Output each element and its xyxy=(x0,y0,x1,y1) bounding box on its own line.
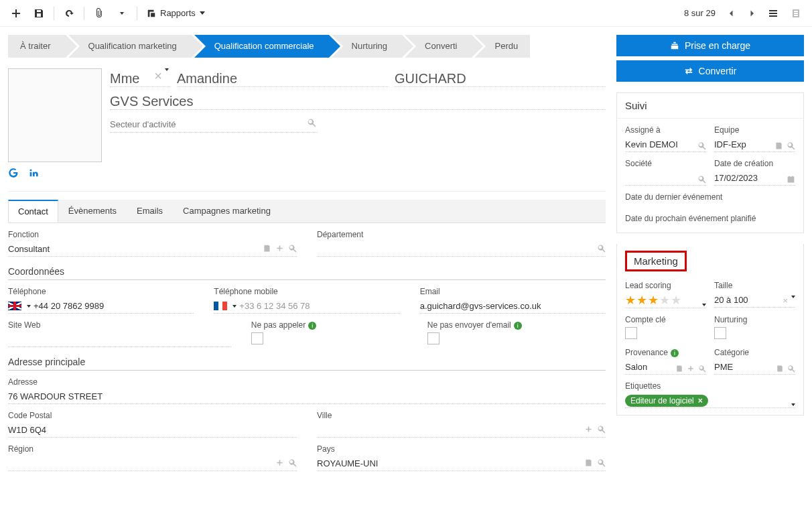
tab-emails[interactable]: Emails xyxy=(127,200,173,222)
prise-en-charge-button[interactable]: Prise en charge xyxy=(616,35,804,56)
top-toolbar: Rapports 8 sur 29 xyxy=(0,0,812,27)
chevron-down-icon[interactable] xyxy=(232,305,236,308)
stars-rating[interactable]: ★★★★★ xyxy=(625,293,682,308)
compte-cle-checkbox[interactable] xyxy=(625,327,637,339)
tabs: Contact Évènements Emails Campagnes mark… xyxy=(8,200,606,223)
cp-label: Code Postal xyxy=(8,411,297,420)
tab-evenements[interactable]: Évènements xyxy=(58,200,127,222)
no-call-checkbox[interactable] xyxy=(251,332,263,344)
site-field[interactable] xyxy=(8,332,231,347)
stage-a-traiter[interactable]: À traiter xyxy=(8,35,66,58)
email-label: Email xyxy=(420,287,606,296)
fonction-field[interactable]: Consultant xyxy=(8,242,297,257)
region-field[interactable] xyxy=(8,456,297,471)
stage-converti[interactable]: Converti xyxy=(405,35,472,58)
info-icon[interactable]: i xyxy=(514,322,522,330)
pipeline-stages: À traiter Qualification marketing Qualif… xyxy=(8,35,606,58)
telephone-field[interactable]: +44 20 7862 9989 xyxy=(8,299,194,314)
convertir-button[interactable]: Convertir xyxy=(616,60,804,82)
coordonnees-heading: Coordonnées xyxy=(8,266,606,280)
suivi-heading: Suivi xyxy=(617,93,803,119)
fr-flag-icon xyxy=(214,302,227,310)
assigne-field[interactable]: Kevin DEMOI xyxy=(625,137,706,152)
reports-dropdown[interactable]: Rapports xyxy=(141,8,210,18)
date-creation-field[interactable]: 17/02/2023 xyxy=(714,171,795,186)
search-icon[interactable] xyxy=(597,458,606,469)
search-icon[interactable] xyxy=(597,244,606,255)
mobile-field[interactable]: +33 6 12 34 56 78 xyxy=(214,299,399,314)
no-email-label: Ne pas envoyer d'emaili xyxy=(427,320,606,330)
etiquettes-field[interactable]: Editeur de logiciel× xyxy=(625,393,795,408)
region-label: Région xyxy=(8,444,297,454)
list-view-button[interactable] xyxy=(762,3,784,24)
search-icon[interactable] xyxy=(288,244,297,255)
form-view-button[interactable] xyxy=(785,3,807,24)
societe-field[interactable] xyxy=(625,171,706,186)
tag-pill[interactable]: Editeur de logiciel× xyxy=(625,395,708,407)
attach-button[interactable] xyxy=(88,3,110,24)
clear-icon[interactable]: × xyxy=(783,296,788,306)
contact-form: Fonction Consultant Département xyxy=(8,223,606,485)
fonction-label: Fonction xyxy=(8,230,297,239)
assigne-label: Assigné à xyxy=(625,125,706,135)
add-icon[interactable] xyxy=(275,244,284,255)
add-icon[interactable] xyxy=(275,458,284,469)
search-icon[interactable] xyxy=(288,458,297,469)
departement-field[interactable] xyxy=(317,242,606,257)
clear-icon[interactable]: × xyxy=(154,68,162,84)
taille-field[interactable]: 20 à 100 × xyxy=(714,293,795,308)
search-icon[interactable] xyxy=(597,425,606,436)
chevron-down-icon[interactable] xyxy=(165,68,169,84)
pager-next[interactable] xyxy=(742,3,761,24)
avatar[interactable] xyxy=(8,68,102,162)
first-name-field[interactable]: Amandine xyxy=(177,68,388,87)
linkedin-icon[interactable] xyxy=(28,168,39,180)
no-email-checkbox[interactable] xyxy=(427,332,439,344)
sector-input[interactable] xyxy=(110,117,318,133)
chevron-down-icon[interactable] xyxy=(27,305,31,308)
mobile-label: Téléphone mobile xyxy=(214,287,399,296)
tab-contact[interactable]: Contact xyxy=(8,200,58,222)
add-icon[interactable] xyxy=(584,425,593,436)
stage-nurturing[interactable]: Nurturing xyxy=(332,35,402,58)
pays-label: Pays xyxy=(317,444,606,454)
suivi-panel: Suivi Assigné à Kevin DEMOI Equipe IDF-E… xyxy=(616,92,804,233)
company-field[interactable]: GVS Services xyxy=(110,91,606,110)
equipe-field[interactable]: IDF-Exp xyxy=(714,137,795,152)
chevron-down-icon[interactable] xyxy=(702,304,706,306)
nurturing-checkbox[interactable] xyxy=(714,327,726,339)
google-icon[interactable] xyxy=(8,168,19,180)
last-name-field[interactable]: GUICHARD xyxy=(395,68,606,87)
email-field[interactable]: a.guichard@gvs-services.co.uk xyxy=(420,299,606,314)
adresse-label: Adresse xyxy=(8,377,606,387)
save-button[interactable] xyxy=(28,3,50,24)
pager-prev[interactable] xyxy=(722,3,741,24)
categorie-field[interactable]: PME xyxy=(714,360,795,375)
tag-remove-icon[interactable]: × xyxy=(698,396,703,405)
detail-icon[interactable] xyxy=(263,244,271,255)
info-icon[interactable]: i xyxy=(308,322,316,330)
equipe-label: Equipe xyxy=(714,125,795,135)
stage-qualif-marketing[interactable]: Qualification marketing xyxy=(68,35,192,58)
info-icon[interactable]: i xyxy=(671,349,679,357)
chevron-down-icon[interactable] xyxy=(791,403,795,406)
chevron-down-icon[interactable] xyxy=(791,296,795,306)
lead-scoring-field[interactable]: ★★★★★ xyxy=(625,293,706,308)
provenance-label: Provenancei xyxy=(625,348,706,357)
tab-campagnes[interactable]: Campagnes marketing xyxy=(173,200,281,222)
title-select[interactable]: Mme × xyxy=(110,68,170,87)
provenance-field[interactable]: Salon xyxy=(625,360,706,375)
detail-icon[interactable] xyxy=(584,458,593,469)
cp-field[interactable]: W1D 6Q4 xyxy=(8,423,297,438)
ville-field[interactable] xyxy=(317,423,606,438)
search-icon[interactable] xyxy=(307,118,316,129)
no-call-label: Ne pas appeleri xyxy=(251,320,407,330)
pays-field[interactable]: ROYAUME-UNI xyxy=(317,456,606,471)
new-button[interactable] xyxy=(5,3,27,24)
more-dropdown[interactable] xyxy=(111,3,133,24)
refresh-button[interactable] xyxy=(58,3,80,24)
adresse-field[interactable]: 76 WARDOUR STREET xyxy=(8,389,606,404)
compte-cle-label: Compte clé xyxy=(625,315,706,324)
stage-qualif-commerciale[interactable]: Qualification commerciale xyxy=(194,35,329,58)
telephone-label: Téléphone xyxy=(8,287,194,296)
